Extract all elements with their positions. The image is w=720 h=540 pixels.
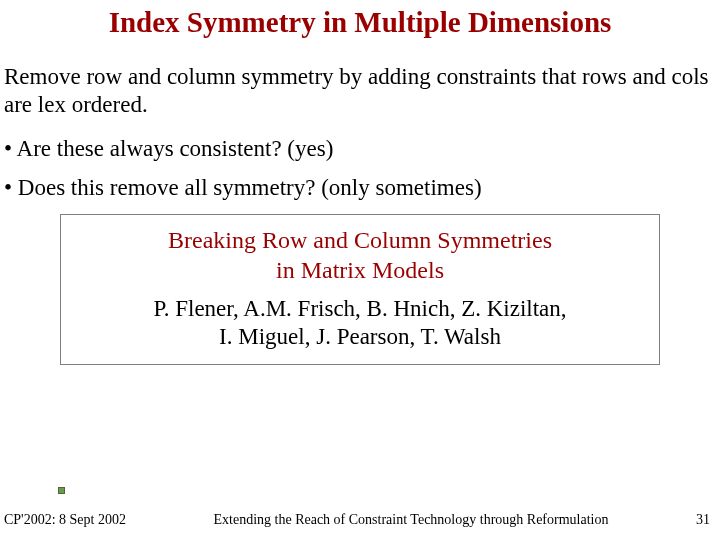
reference-title-line: Breaking Row and Column Symmetries	[168, 227, 552, 253]
footer-subtitle: Extending the Reach of Constraint Techno…	[126, 512, 696, 528]
bullet-text: Does this remove all symmetry? (only som…	[18, 175, 482, 200]
bullet-list: • Are these always consistent? (yes) • D…	[0, 119, 720, 202]
reference-authors-line: P. Flener, A.M. Frisch, B. Hnich, Z. Kiz…	[153, 296, 566, 321]
decorative-square-icon	[58, 487, 65, 494]
bullet-text: Are these always consistent? (yes)	[17, 136, 334, 161]
reference-box: Breaking Row and Column Symmetries in Ma…	[60, 214, 660, 366]
reference-authors: P. Flener, A.M. Frisch, B. Hnich, Z. Kiz…	[71, 295, 649, 353]
footer-date: CP'2002: 8 Sept 2002	[4, 512, 126, 528]
footer: CP'2002: 8 Sept 2002 Extending the Reach…	[0, 512, 720, 528]
intro-text: Remove row and column symmetry by adding…	[0, 49, 720, 118]
bullet-item: • Does this remove all symmetry? (only s…	[4, 174, 714, 202]
reference-title: Breaking Row and Column Symmetries in Ma…	[71, 225, 649, 285]
slide: Index Symmetry in Multiple Dimensions Re…	[0, 0, 720, 540]
reference-title-line: in Matrix Models	[276, 257, 444, 283]
bullet-item: • Are these always consistent? (yes)	[4, 135, 714, 163]
reference-authors-line: I. Miguel, J. Pearson, T. Walsh	[219, 324, 501, 349]
slide-title: Index Symmetry in Multiple Dimensions	[0, 0, 720, 49]
page-number: 31	[696, 512, 710, 528]
